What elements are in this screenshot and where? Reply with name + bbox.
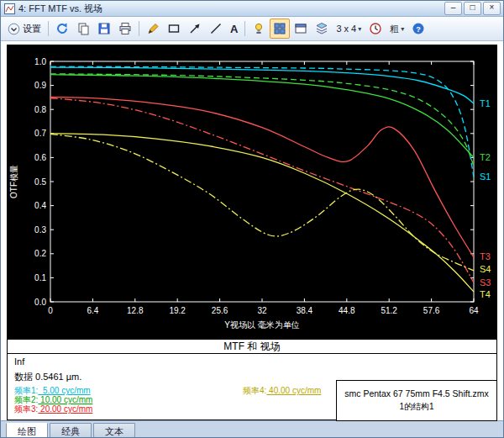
- info-panel: Inf 数据 0.5461 µm. 频率1: 5.00 cyc/mm 频率2: …: [8, 354, 496, 420]
- window-view-icon: [294, 22, 307, 35]
- frequency-4-line: 频率4: 40.00 cyc/mm: [243, 385, 321, 397]
- thickness-label: 粗: [390, 23, 399, 35]
- svg-text:Y视场以 毫米为单位: Y视场以 毫米为单位: [224, 320, 299, 330]
- svg-text:S1: S1: [480, 172, 491, 182]
- tab-classic[interactable]: 经典: [50, 423, 92, 438]
- svg-text:57.6: 57.6: [423, 306, 440, 315]
- toolbar-separator: [139, 21, 139, 36]
- help-button[interactable]: ?: [408, 18, 428, 39]
- lens-file-box: smc Pentax 67 75mm F4.5 Shift.zmx 1的结构1: [336, 380, 497, 421]
- print-button[interactable]: [115, 18, 135, 39]
- lamp-button[interactable]: [249, 18, 269, 39]
- settings-label: 设置: [23, 23, 41, 35]
- titlebar[interactable]: 4: FFT MTF vs. 视场 – □ ×: [1, 1, 503, 17]
- arrow-icon: [188, 22, 202, 35]
- toolbar-separator: [48, 21, 49, 36]
- animate-button[interactable]: [365, 18, 386, 39]
- svg-text:OTF模量: OTF模量: [9, 165, 18, 198]
- svg-text:51.2: 51.2: [381, 306, 397, 315]
- svg-text:0.8: 0.8: [34, 105, 46, 114]
- save-button[interactable]: [94, 18, 114, 39]
- svg-text:0.2: 0.2: [34, 249, 46, 258]
- text-tool-button[interactable]: A: [227, 18, 241, 39]
- text-panel: MTF 和 视场 Inf 数据 0.5461 µm. 频率1: 5.00 cyc…: [7, 339, 497, 420]
- clock-icon: [369, 22, 382, 35]
- frequency-3-line: 频率3: 20.00 cyc/mm: [14, 404, 92, 415]
- svg-text:1.0: 1.0: [34, 57, 46, 66]
- refresh-button[interactable]: [52, 18, 72, 39]
- svg-text:S3: S3: [480, 277, 491, 288]
- svg-text:0.9: 0.9: [34, 81, 46, 90]
- svg-text:32: 32: [257, 306, 267, 315]
- configuration-label: 1的结构1: [399, 401, 433, 413]
- field-inf-label: Inf: [14, 356, 24, 367]
- content-area: 06.412.819.225.63238.444.851.257.6640.00…: [1, 41, 503, 420]
- settings-button[interactable]: 设置: [4, 18, 45, 39]
- svg-text:64: 64: [469, 306, 479, 315]
- close-button[interactable]: ×: [483, 2, 501, 15]
- svg-text:T1: T1: [480, 98, 491, 108]
- chart-caption: MTF 和 视场: [8, 340, 496, 354]
- svg-text:0.3: 0.3: [34, 225, 46, 235]
- svg-text:0.6: 0.6: [34, 153, 46, 162]
- text-tool-icon: A: [230, 23, 238, 35]
- maximize-button[interactable]: □: [464, 2, 481, 15]
- toolbar-separator: [244, 21, 245, 36]
- svg-text:S4: S4: [480, 264, 491, 274]
- lamp-icon: [252, 22, 265, 35]
- svg-text:0: 0: [48, 306, 53, 315]
- svg-text:38.4: 38.4: [297, 306, 313, 315]
- wavelength-data-line: 数据 0.5461 µm.: [14, 371, 81, 383]
- pencil-icon: [146, 22, 160, 35]
- mtf-chart-panel[interactable]: 06.412.819.225.63238.444.851.257.6640.00…: [7, 45, 497, 339]
- thickness-dropdown[interactable]: 粗 ▾: [386, 18, 407, 39]
- grid-size-label: 3 x 4: [336, 24, 356, 34]
- svg-text:12.8: 12.8: [127, 306, 144, 315]
- tab-text[interactable]: 文本: [93, 423, 135, 438]
- rectangle-tool-button[interactable]: [164, 18, 184, 39]
- bottom-tabbar: 绘图 经典 文本: [1, 420, 503, 438]
- chevron-down-icon: ▾: [401, 25, 404, 33]
- svg-text:?: ?: [417, 25, 422, 34]
- line-tool-button[interactable]: [206, 18, 226, 39]
- chevron-down-icon: ▾: [358, 25, 361, 33]
- split-grid-icon: [273, 22, 286, 35]
- minimize-button[interactable]: –: [444, 2, 462, 15]
- svg-text:25.6: 25.6: [212, 306, 228, 315]
- svg-text:T2: T2: [480, 152, 491, 162]
- lens-file-name: smc Pentax 67 75mm F4.5 Shift.zmx: [344, 388, 489, 398]
- layers-button[interactable]: [312, 18, 332, 39]
- pencil-tool-button[interactable]: [143, 18, 163, 39]
- svg-text:0.0: 0.0: [34, 298, 46, 307]
- svg-text:T3: T3: [480, 251, 491, 261]
- svg-text:0.5: 0.5: [34, 177, 46, 187]
- settings-chevron-icon: [8, 23, 20, 35]
- line-icon: [209, 22, 223, 35]
- layers-icon: [315, 22, 328, 35]
- svg-text:6.4: 6.4: [87, 306, 98, 315]
- svg-text:T4: T4: [480, 289, 491, 299]
- svg-text:0.7: 0.7: [34, 129, 46, 138]
- arrow-tool-button[interactable]: [185, 18, 205, 39]
- svg-text:0.4: 0.4: [34, 201, 46, 210]
- tab-plot[interactable]: 绘图: [6, 423, 48, 438]
- window-view-button[interactable]: [291, 18, 311, 39]
- svg-text:19.2: 19.2: [169, 306, 186, 315]
- copy-button[interactable]: [73, 18, 93, 39]
- print-icon: [118, 22, 132, 35]
- copy-icon: [76, 22, 90, 35]
- split-view-button[interactable]: [270, 18, 290, 39]
- window-title: 4: FFT MTF vs. 视场: [18, 3, 444, 15]
- save-icon: [97, 22, 111, 35]
- window-icon: [4, 3, 15, 14]
- help-icon: ?: [412, 22, 425, 35]
- app-window: 4: FFT MTF vs. 视场 – □ × 设置: [0, 0, 504, 438]
- rectangle-icon: [167, 22, 181, 35]
- mtf-chart: 06.412.819.225.63238.444.851.257.6640.00…: [7, 45, 497, 339]
- grid-size-dropdown[interactable]: 3 x 4 ▾: [333, 18, 365, 39]
- svg-text:44.8: 44.8: [339, 306, 355, 315]
- refresh-icon: [55, 22, 69, 35]
- svg-text:0.1: 0.1: [34, 273, 46, 282]
- toolbar: 设置: [1, 17, 503, 41]
